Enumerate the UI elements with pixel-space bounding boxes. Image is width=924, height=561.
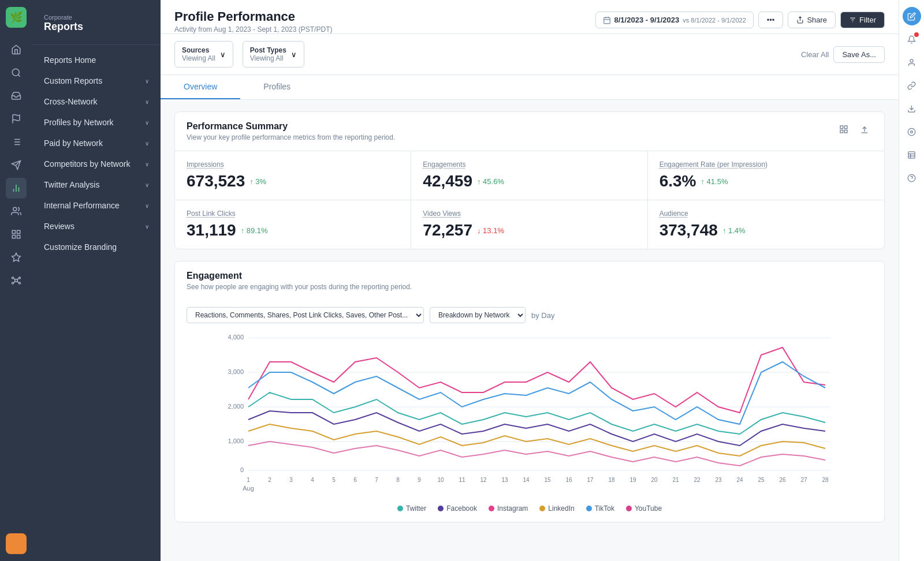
save-as-button[interactable]: Save As... xyxy=(833,46,885,63)
svg-point-42 xyxy=(910,59,913,62)
sidebar-item-twitter-analysis[interactable]: Twitter Analysis ∨ xyxy=(32,174,161,195)
sidebar-item-internal-performance[interactable]: Internal Performance ∨ xyxy=(32,195,161,216)
svg-point-0 xyxy=(12,69,19,76)
more-options-button[interactable]: ••• xyxy=(758,12,784,28)
svg-point-44 xyxy=(908,128,915,136)
sidebar: Corporate Reports Reports Home Custom Re… xyxy=(32,0,161,561)
right-circle-button[interactable] xyxy=(903,122,921,141)
date-range-vs: vs 8/1/2022 - 9/1/2022 xyxy=(683,17,746,24)
chevron-cross-network: ∨ xyxy=(145,99,149,105)
performance-summary-header: Performance Summary View your key profil… xyxy=(175,112,884,151)
x-label-21: 21 xyxy=(672,477,679,483)
grid-view-button[interactable] xyxy=(836,121,852,137)
page-title: Profile Performance xyxy=(174,9,332,24)
metric-impressions: Impressions 673,523 ↑ 3% xyxy=(175,151,411,200)
legend-instagram: Instagram xyxy=(489,504,528,513)
bell-icon xyxy=(907,35,916,44)
facebook-legend-dot xyxy=(438,506,444,511)
engagements-value: 42,459 ↑ 45.6% xyxy=(423,172,635,190)
nav-send[interactable] xyxy=(6,155,27,175)
card-header-icons xyxy=(836,121,873,137)
svg-point-21 xyxy=(12,277,14,279)
x-label-26: 26 xyxy=(779,477,786,483)
svg-point-24 xyxy=(19,282,21,284)
impressions-label: Impressions xyxy=(187,160,399,169)
svg-marker-19 xyxy=(12,253,21,261)
x-label-6: 6 xyxy=(353,477,357,483)
right-person-button[interactable] xyxy=(903,53,921,72)
right-link-button[interactable] xyxy=(903,76,921,95)
right-help-button[interactable] xyxy=(903,169,921,187)
svg-rect-18 xyxy=(12,235,15,238)
tab-overview[interactable]: Overview xyxy=(161,75,240,99)
sidebar-item-reports-home[interactable]: Reports Home xyxy=(32,50,161,70)
nav-integrations[interactable] xyxy=(6,270,27,291)
x-label-23: 23 xyxy=(715,477,722,483)
nav-search[interactable] xyxy=(6,62,27,83)
legend-twitter: Twitter xyxy=(397,504,426,513)
chevron-twitter-analysis: ∨ xyxy=(145,182,149,188)
tab-profiles[interactable]: Profiles xyxy=(240,75,314,99)
post-types-label: Post Types xyxy=(250,46,286,54)
nav-home[interactable] xyxy=(6,39,27,60)
header-actions: 8/1/2023 - 9/1/2023 vs 8/1/2022 - 9/1/20… xyxy=(595,12,885,28)
twitter-legend-dot xyxy=(397,506,403,511)
chart-controls: Reactions, Comments, Shares, Post Link C… xyxy=(175,300,884,330)
right-notification-button[interactable] xyxy=(903,30,921,48)
performance-summary-card: Performance Summary View your key profil… xyxy=(174,111,885,249)
sources-filter[interactable]: Sources Viewing All ∨ xyxy=(174,41,233,68)
nav-flag[interactable] xyxy=(6,109,27,129)
nav-star[interactable] xyxy=(6,247,27,268)
svg-line-26 xyxy=(17,278,19,280)
svg-rect-17 xyxy=(17,235,20,238)
sidebar-item-competitors-by-network[interactable]: Competitors by Network ∨ xyxy=(32,154,161,174)
export-button[interactable] xyxy=(856,121,873,137)
breakdown-select[interactable]: Breakdown by Network xyxy=(430,307,526,323)
logo-icon[interactable]: 🌿 xyxy=(6,7,27,28)
filter-button[interactable]: Filter xyxy=(840,12,885,28)
engagement-chart-card: Engagement See how people are engaging w… xyxy=(174,261,885,522)
x-label-25: 25 xyxy=(758,477,765,483)
sidebar-item-customize-branding[interactable]: Customize Branding xyxy=(32,237,161,257)
x-label-27: 27 xyxy=(800,477,807,483)
nav-grid[interactable] xyxy=(6,224,27,245)
video-views-value: 72,257 ↓ 13.1% xyxy=(423,221,635,240)
user-avatar[interactable] xyxy=(6,533,27,554)
engagement-rate-value: 6.3% ↑ 41.5% xyxy=(660,172,873,190)
x-label-24: 24 xyxy=(736,477,743,483)
date-range-button[interactable]: 8/1/2023 - 9/1/2023 vs 8/1/2022 - 9/1/20… xyxy=(595,12,754,28)
sidebar-item-profiles-by-network[interactable]: Profiles by Network ∨ xyxy=(32,112,161,133)
upload-icon xyxy=(860,125,869,134)
table-icon xyxy=(907,151,916,159)
engagement-rate-label: Engagement Rate (per Impression) xyxy=(660,160,873,169)
right-edit-button[interactable] xyxy=(903,7,921,25)
audience-change: ↑ 1.4% xyxy=(722,226,746,235)
engagement-metrics-select[interactable]: Reactions, Comments, Shares, Post Link C… xyxy=(187,307,424,323)
engagement-subtitle: See how people are engaging with your po… xyxy=(187,283,412,291)
chevron-custom-reports: ∨ xyxy=(145,78,149,84)
clear-all-button[interactable]: Clear All xyxy=(801,46,829,63)
tiktok-legend-dot xyxy=(586,506,592,511)
x-label-4: 4 xyxy=(311,477,314,483)
date-range-main: 8/1/2023 - 9/1/2023 xyxy=(614,16,680,24)
nav-inbox[interactable] xyxy=(6,85,27,106)
svg-line-27 xyxy=(14,281,16,283)
share-button[interactable]: Share xyxy=(788,12,836,28)
share-icon xyxy=(796,16,804,24)
sidebar-item-reviews[interactable]: Reviews ∨ xyxy=(32,216,161,237)
right-export-button[interactable] xyxy=(903,99,921,118)
nav-people[interactable] xyxy=(6,201,27,222)
sidebar-item-paid-by-network[interactable]: Paid by Network ∨ xyxy=(32,133,161,154)
post-link-clicks-label: Post Link Clicks xyxy=(187,210,399,218)
nav-analytics[interactable] xyxy=(6,178,27,199)
nav-list[interactable] xyxy=(6,132,27,152)
svg-point-23 xyxy=(12,282,14,284)
right-table-button[interactable] xyxy=(903,145,921,164)
post-types-filter[interactable]: Post Types Viewing All ∨ xyxy=(243,41,304,68)
sidebar-item-custom-reports[interactable]: Custom Reports ∨ xyxy=(32,70,161,91)
x-label-12: 12 xyxy=(480,477,487,483)
audience-label: Audience xyxy=(660,210,873,218)
sidebar-item-cross-network[interactable]: Cross-Network ∨ xyxy=(32,91,161,112)
linkedin-line xyxy=(248,424,825,456)
person-icon xyxy=(907,58,916,67)
